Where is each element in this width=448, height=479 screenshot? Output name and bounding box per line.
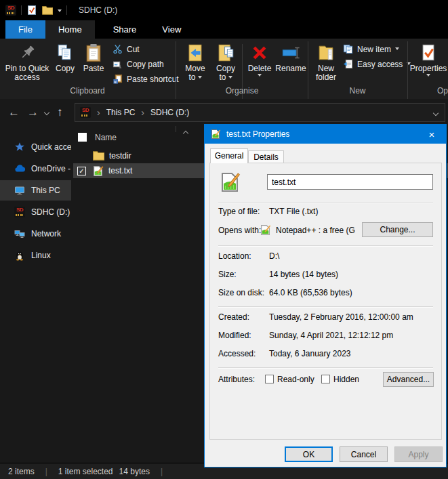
pin-to-quick-access-button[interactable]: Pin to Quickaccess xyxy=(4,41,50,91)
selection-count: 1 item selected xyxy=(58,467,113,476)
paste-shortcut-button[interactable]: Paste shortcut xyxy=(113,74,179,84)
delete-x-icon xyxy=(250,41,269,64)
sidebar-item-sdhc-drive[interactable]: SD SDHC (D:) xyxy=(0,202,71,222)
quick-access-star-icon xyxy=(14,142,25,152)
divider xyxy=(21,5,22,15)
sd-card-icon: SD xyxy=(14,207,25,217)
status-divider: | xyxy=(45,467,47,476)
window-title: SDHC (D:) xyxy=(79,5,117,15)
cut-button[interactable]: Cut xyxy=(113,44,140,54)
qat-folder-icon[interactable] xyxy=(42,5,53,15)
tab-details[interactable]: Details xyxy=(248,150,284,163)
sidebar-item-linux[interactable]: Linux xyxy=(0,245,71,266)
sidebar-item-network[interactable]: Network xyxy=(0,224,71,244)
rename-button[interactable]: Rename xyxy=(274,41,307,91)
pin-icon xyxy=(17,41,37,64)
address-drive-icon: SD xyxy=(80,107,91,118)
address-bar[interactable]: SD › This PC › SDHC (D:) xyxy=(75,103,445,122)
paste-button[interactable]: Paste xyxy=(80,41,107,91)
dropdown-caret-icon xyxy=(426,74,430,79)
new-item-button[interactable]: New item xyxy=(343,44,399,54)
linux-tux-icon xyxy=(14,250,25,261)
breadcrumb-drive[interactable]: SDHC (D:) xyxy=(150,108,189,117)
group-label-organise: Organise xyxy=(178,86,306,97)
breadcrumb-separator: › xyxy=(141,107,144,118)
separator xyxy=(218,202,433,203)
tab-view[interactable]: View xyxy=(149,20,194,39)
paste-icon xyxy=(83,41,104,64)
dialog-close-icon[interactable]: × xyxy=(418,125,446,144)
cut-scissors-icon xyxy=(113,44,123,54)
separator xyxy=(218,245,433,246)
new-folder-icon xyxy=(316,41,336,64)
row-checkbox-checked[interactable]: ✓ xyxy=(77,167,86,175)
copy-path-button[interactable]: Copy path xyxy=(113,59,164,69)
filename-input[interactable] xyxy=(267,174,433,190)
rename-icon xyxy=(281,41,301,64)
dropdown-caret-icon xyxy=(198,76,202,81)
move-to-button[interactable]: Moveto xyxy=(181,41,209,91)
created-row: Created: Tuesday, 2 February 2016, 12:00… xyxy=(210,312,441,323)
ribbon-tab-row: File Home Share View xyxy=(0,20,448,39)
name-column-header[interactable]: Name xyxy=(95,133,117,142)
move-to-icon xyxy=(185,41,205,64)
copy-to-button[interactable]: Copyto xyxy=(211,41,240,91)
breadcrumb-this-pc[interactable]: This PC xyxy=(106,108,136,117)
separator xyxy=(218,367,433,368)
separator xyxy=(218,306,433,307)
up-button[interactable]: ↑ xyxy=(57,99,63,126)
delete-button[interactable]: Delete xyxy=(245,41,274,91)
breadcrumb-separator: › xyxy=(97,107,100,118)
hidden-checkbox[interactable] xyxy=(321,375,330,383)
this-pc-monitor-icon xyxy=(14,185,25,196)
easy-access-button[interactable]: Easy access xyxy=(343,59,411,69)
onedrive-cloud-icon xyxy=(14,163,25,174)
copy-path-icon xyxy=(113,59,123,69)
accessed-row: Accessed: Today, 6 January 2023 xyxy=(210,349,441,360)
dropdown-caret-icon xyxy=(258,74,262,79)
copy-to-icon xyxy=(216,41,236,64)
apply-button[interactable]: Apply xyxy=(394,446,443,462)
change-button[interactable]: Change... xyxy=(362,222,433,237)
sidebar-item-this-pc[interactable]: This PC xyxy=(0,180,71,201)
qat-properties-icon[interactable] xyxy=(26,5,37,16)
read-only-checkbox[interactable] xyxy=(265,375,274,383)
properties-icon xyxy=(418,41,439,64)
new-item-icon xyxy=(343,44,353,54)
qat-customize-caret-icon[interactable] xyxy=(58,9,62,14)
ok-button[interactable]: OK xyxy=(285,446,333,462)
network-icon xyxy=(14,228,25,239)
divider xyxy=(66,5,67,15)
type-of-file-row: Type of file: TXT File (.txt) xyxy=(210,207,441,217)
forward-button[interactable]: → xyxy=(27,99,39,126)
modified-row: Modified: Sunday, 4 April 2021, 12:12:12… xyxy=(210,331,441,341)
group-label-new: New xyxy=(309,86,406,97)
item-count: 2 items xyxy=(8,467,35,476)
paste-shortcut-icon xyxy=(113,74,123,84)
status-divider: | xyxy=(161,467,163,476)
tab-home[interactable]: Home xyxy=(45,20,95,39)
navigation-bar: ← → ↑ SD › This PC › SDHC (D:) xyxy=(0,99,448,126)
recent-locations-chevron-icon[interactable] xyxy=(45,99,49,126)
copy-icon xyxy=(55,41,75,64)
advanced-button[interactable]: Advanced... xyxy=(383,372,434,387)
cancel-button[interactable]: Cancel xyxy=(340,446,388,462)
address-dropdown-chevron-icon[interactable] xyxy=(434,108,438,117)
location-row: Location: D:\ xyxy=(210,251,441,262)
tab-share[interactable]: Share xyxy=(100,20,150,39)
copy-button[interactable]: Copy xyxy=(52,41,78,91)
group-label-clipboard: Clipboard xyxy=(0,86,175,97)
properties-button[interactable]: Properties xyxy=(411,41,446,91)
back-button[interactable]: ← xyxy=(8,99,20,126)
opens-with-app-icon xyxy=(260,224,271,238)
sort-ascending-chevron-icon xyxy=(184,128,188,138)
group-label-open: Open xyxy=(437,86,448,97)
sidebar-item-onedrive[interactable]: OneDrive - xyxy=(0,159,71,179)
tab-file[interactable]: File xyxy=(5,20,45,39)
sidebar-item-quick-access[interactable]: Quick access xyxy=(0,137,71,157)
dropdown-caret-icon xyxy=(395,47,399,52)
new-folder-button[interactable]: Newfolder xyxy=(311,41,341,91)
tab-general[interactable]: General xyxy=(210,148,248,163)
app-icon: SD xyxy=(5,5,16,16)
select-all-checkbox[interactable] xyxy=(78,133,87,142)
